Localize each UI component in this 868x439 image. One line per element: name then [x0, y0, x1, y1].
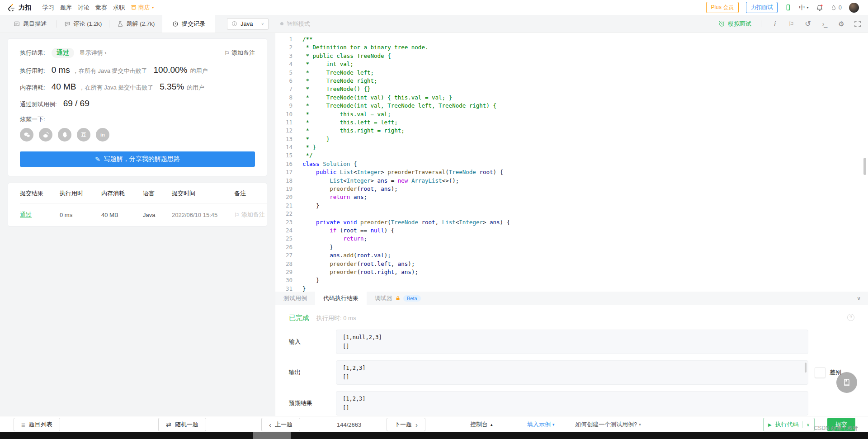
code-line[interactable]: 15 */	[275, 151, 868, 160]
code-line[interactable]: 8 * TreeNode(int val) { this.val = val; …	[275, 94, 868, 102]
language-selector[interactable]: 中 ▾	[799, 4, 809, 12]
code-line[interactable]: 10 * this.val = val;	[275, 110, 868, 118]
code-line[interactable]: 17 public List<Integer> preorderTraversa…	[275, 168, 868, 176]
code-line[interactable]: 23 private void preorder(TreeNode root, …	[275, 218, 868, 227]
tab-debugger[interactable]: 调试器 Beta	[367, 292, 429, 305]
code-line[interactable]: 29 preorder(root.right, ans);	[275, 268, 868, 276]
code-line[interactable]: 1/**	[275, 35, 868, 43]
code-line[interactable]: 18 List<Integer> ans = new ArrayList<>()…	[275, 177, 868, 185]
code-line[interactable]: 26 }	[275, 243, 868, 251]
tab-solutions[interactable]: 题解 (2.7k)	[109, 15, 162, 33]
mobile-app-icon[interactable]	[785, 4, 792, 11]
submission-status-link[interactable]: 通过	[20, 211, 32, 218]
code-text: }	[302, 243, 333, 251]
smart-mode-indicator[interactable]: 智能模式	[280, 20, 310, 28]
plus-member-button[interactable]: Plus 会员	[706, 2, 739, 13]
code-line[interactable]: 24 if (root == null) {	[275, 227, 868, 235]
input-box[interactable]: [1,null,2,3] []	[336, 330, 808, 354]
row-add-note-button[interactable]: ⚐ 添加备注	[234, 211, 267, 219]
tab-testcase[interactable]: 测试用例	[275, 292, 315, 305]
code-line[interactable]: 21 }	[275, 202, 868, 210]
editor-language-select[interactable]: Java ∨	[227, 18, 269, 30]
fill-example-link[interactable]: 填入示例 ▾	[527, 416, 555, 433]
weibo-share-icon[interactable]	[39, 128, 52, 142]
collapse-chevron-icon[interactable]: ∨	[857, 295, 861, 302]
code-line[interactable]: 14 * }	[275, 143, 868, 151]
code-line[interactable]: 25 return;	[275, 235, 868, 243]
code-line[interactable]: 5 * TreeNode left;	[275, 69, 868, 77]
mock-interview-button[interactable]: 模拟面试	[718, 20, 751, 28]
line-number: 22	[275, 210, 292, 218]
nav-item-store[interactable]: 商店 ▾	[131, 4, 154, 12]
code-line[interactable]: 12 * this.right = right;	[275, 127, 868, 135]
nav-item-problems[interactable]: 题库	[60, 4, 72, 12]
code-line[interactable]: 22	[275, 210, 868, 218]
code-line[interactable]: 16class Solution {	[275, 160, 868, 168]
user-avatar[interactable]	[849, 3, 859, 13]
tab-run-result[interactable]: 代码执行结果	[315, 292, 367, 305]
next-problem-button[interactable]: 下一题 ›	[387, 418, 425, 431]
code-line[interactable]: 20 return ans;	[275, 193, 868, 201]
show-detail-link[interactable]: 显示详情 ›	[80, 49, 107, 57]
report-flag-icon[interactable]: ⚐	[788, 20, 795, 28]
tab-submissions[interactable]: 提交记录	[162, 15, 215, 33]
code-line[interactable]: 31}	[275, 285, 868, 292]
code-line[interactable]: 19 preorder(root, ans);	[275, 185, 868, 193]
leetcode-logo[interactable]: 力扣	[8, 4, 31, 12]
terminal-icon[interactable]: ›_	[821, 20, 828, 28]
nav-item-jobs[interactable]: 求职	[113, 4, 125, 12]
fullscreen-icon[interactable]	[854, 21, 862, 27]
hint-icon[interactable]: i	[771, 20, 778, 28]
problem-list-button[interactable]: ≡ 题目列表	[14, 418, 60, 431]
code-line[interactable]: 11 * this.left = left;	[275, 118, 868, 127]
line-number: 3	[275, 52, 292, 60]
code-text: * Definition for a binary tree node.	[302, 43, 428, 52]
tab-comments[interactable]: 评论 (1.2k)	[57, 15, 109, 33]
code-line[interactable]: 27 ans.add(root.val);	[275, 251, 868, 260]
nav-item-contest[interactable]: 竞赛	[95, 4, 107, 12]
code-text: return ans;	[302, 193, 367, 201]
howto-testcase-link[interactable]: 如何创建一个测试用例? ▾	[575, 416, 641, 433]
code-line[interactable]: 2 * Definition for a binary tree node.	[275, 43, 868, 52]
code-line[interactable]: 13 * }	[275, 135, 868, 143]
code-line[interactable]: 7 * TreeNode() {}	[275, 85, 868, 93]
solution-book-button[interactable]	[836, 372, 857, 393]
nav-item-discuss[interactable]: 讨论	[78, 4, 90, 12]
douban-share-icon[interactable]: 豆	[77, 128, 90, 142]
streak-count: 0	[839, 4, 842, 11]
reset-code-icon[interactable]: ↺	[804, 19, 811, 28]
code-editor[interactable]: 1/**2 * Definition for a binary tree nod…	[275, 33, 868, 292]
line-number: 29	[275, 268, 292, 276]
linkedin-share-icon[interactable]: in	[96, 128, 109, 142]
help-icon[interactable]: ?	[847, 314, 854, 321]
qq-share-icon[interactable]	[58, 128, 71, 142]
code-line[interactable]: 4 * int val;	[275, 60, 868, 68]
settings-gear-icon[interactable]: ⚙	[838, 20, 845, 28]
nav-item-learn[interactable]: 学习	[42, 4, 54, 12]
write-solution-button[interactable]: ✎ 写题解，分享我的解题思路	[20, 151, 255, 167]
add-note-button[interactable]: ⚐ 添加备注	[224, 49, 255, 57]
code-text: }	[302, 276, 320, 284]
streak-counter[interactable]: 0	[830, 4, 842, 11]
expected-box[interactable]: [1,2,3] []	[336, 391, 808, 415]
notifications-bell-icon[interactable]	[816, 4, 823, 11]
run-code-button[interactable]: ▶ 执行代码 ∨	[763, 418, 815, 431]
code-line[interactable]: 6 * TreeNode right;	[275, 77, 868, 85]
code-text: * }	[302, 143, 316, 151]
diff-toggle[interactable]	[815, 367, 826, 378]
prev-problem-button[interactable]: ‹ 上一题	[261, 418, 300, 431]
random-problem-button[interactable]: ⇄ 随机一题	[158, 418, 206, 431]
code-line[interactable]: 9 * TreeNode(int val, TreeNode left, Tre…	[275, 102, 868, 110]
interview-button[interactable]: 力扣面试	[746, 2, 778, 13]
wechat-share-icon[interactable]	[20, 128, 33, 142]
status-badge[interactable]: 通过	[52, 48, 74, 58]
code-line[interactable]: 3 * public class TreeNode {	[275, 52, 868, 60]
code-line[interactable]: 28 preorder(root.left, ans);	[275, 260, 868, 268]
code-line[interactable]: 30 }	[275, 276, 868, 284]
output-box[interactable]: [1,2,3] []	[336, 360, 808, 385]
tab-description[interactable]: 题目描述	[4, 15, 57, 33]
editor-scrollbar[interactable]	[863, 158, 866, 175]
output-scrollbar[interactable]	[805, 363, 807, 373]
console-toggle[interactable]: 控制台 ▴	[470, 416, 493, 433]
table-row[interactable]: 通过 0 ms 40 MB Java 2022/06/10 15:45 ⚐ 添加…	[20, 203, 267, 226]
